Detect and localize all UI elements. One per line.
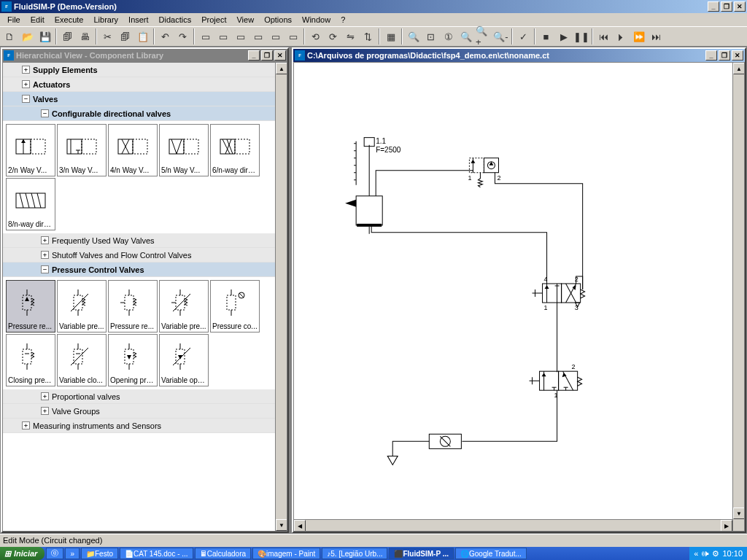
menu-insert[interactable]: Insert bbox=[124, 15, 153, 25]
menu-view[interactable]: View bbox=[232, 15, 258, 25]
comp-5n-way[interactable]: 5/n Way V... bbox=[159, 124, 209, 176]
comp-8n-way[interactable]: 8/n-way dire... bbox=[6, 178, 55, 230]
task-media[interactable]: ♪ 5. [Legião Urb... bbox=[322, 548, 387, 559]
open-icon[interactable]: 📂 bbox=[19, 28, 36, 44]
lib-min-button[interactable]: _ bbox=[248, 50, 260, 61]
zoom-100-icon[interactable]: ① bbox=[440, 28, 457, 44]
save-icon[interactable]: 💾 bbox=[36, 28, 53, 44]
comp-opening-pr[interactable]: Opening pre... bbox=[108, 334, 158, 386]
service-unit[interactable] bbox=[429, 434, 461, 448]
menu-execute[interactable]: Execute bbox=[50, 15, 88, 25]
circuit-titlebar[interactable]: F C:\Arquivos de programas\Didactic\fsp4… bbox=[293, 49, 745, 62]
collapse-icon[interactable]: − bbox=[41, 265, 49, 273]
flip-v-icon[interactable]: ⇅ bbox=[360, 28, 376, 44]
comp-pressure-relief[interactable]: Pressure re... bbox=[6, 280, 55, 332]
align-left-icon[interactable]: ▭ bbox=[197, 28, 214, 44]
print-icon[interactable]: 🖶 bbox=[77, 28, 93, 44]
align-right-icon[interactable]: ▭ bbox=[232, 28, 249, 44]
canvas-vscroll[interactable]: ▲ ▼ bbox=[732, 63, 744, 531]
scroll-down-icon[interactable]: ▼ bbox=[276, 519, 287, 531]
tree-freq-way[interactable]: +Frequently Used Way Valves bbox=[3, 233, 275, 248]
zoom-out-icon[interactable]: 🔍- bbox=[492, 28, 509, 44]
tray-icon[interactable]: 🕪 bbox=[701, 549, 709, 558]
comp-pressure-comp[interactable]: Pressure co... bbox=[210, 280, 260, 332]
expand-icon[interactable]: + bbox=[41, 236, 49, 244]
comp-var-pressure2[interactable]: Variable pre... bbox=[159, 280, 209, 332]
flow-control-valve[interactable]: 1 2 bbox=[468, 158, 500, 187]
expand-icon[interactable]: + bbox=[22, 66, 30, 74]
ckt-close-button[interactable]: ✕ bbox=[732, 50, 743, 61]
system-tray[interactable]: « 🕪 ⚙ 10:10 bbox=[689, 547, 747, 560]
zoom-prev-icon[interactable]: 🔍 bbox=[457, 28, 474, 44]
task-google[interactable]: 🌐 Google Tradut... bbox=[455, 548, 527, 559]
directional-valve-32[interactable]: 2 1 bbox=[530, 363, 582, 399]
close-button[interactable]: ✕ bbox=[734, 1, 746, 12]
copy-icon[interactable]: 🗐 bbox=[117, 28, 133, 44]
scroll-up-icon[interactable]: ▲ bbox=[276, 63, 287, 74]
cylinder-symbol[interactable]: 1.1 F=2500 bbox=[345, 137, 401, 227]
tree-measuring[interactable]: +Measuring instruments and Sensors bbox=[3, 419, 275, 433]
tray-icon[interactable]: ⚙ bbox=[712, 549, 719, 559]
preview-icon[interactable]: 🗐 bbox=[59, 28, 76, 44]
expand-icon[interactable]: + bbox=[22, 421, 30, 429]
tray-chevron-icon[interactable]: « bbox=[694, 549, 698, 558]
menu-file[interactable]: File bbox=[3, 15, 25, 25]
comp-3n-way[interactable]: 3/n Way V... bbox=[57, 124, 107, 176]
expand-icon[interactable]: + bbox=[41, 251, 49, 259]
comp-var-closing[interactable]: Variable clo... bbox=[57, 334, 107, 386]
minimize-button[interactable]: _ bbox=[708, 1, 719, 12]
tree-proportional[interactable]: +Proportional valves bbox=[3, 389, 275, 404]
rotate-left-icon[interactable]: ⟲ bbox=[307, 28, 324, 44]
align-top-icon[interactable]: ▭ bbox=[249, 28, 266, 44]
paste-icon[interactable]: 📋 bbox=[134, 28, 151, 44]
stop-icon[interactable]: ■ bbox=[538, 28, 554, 44]
scroll-left-icon[interactable]: ◀ bbox=[294, 520, 306, 532]
comp-2n-way[interactable]: 2/n Way V... bbox=[6, 124, 55, 176]
align-mid-icon[interactable]: ▭ bbox=[267, 28, 284, 44]
new-icon[interactable]: 🗋 bbox=[1, 28, 18, 44]
scroll-right-icon[interactable]: ▶ bbox=[721, 520, 732, 532]
menu-window[interactable]: Window bbox=[298, 15, 335, 25]
step-icon[interactable]: ⏵ bbox=[613, 28, 630, 44]
fwd-icon[interactable]: ⏩ bbox=[630, 28, 647, 44]
expand-icon[interactable]: + bbox=[41, 407, 49, 415]
comp-4n-way[interactable]: 4/n Way V... bbox=[108, 124, 158, 176]
rewind-icon[interactable]: ⏮ bbox=[595, 28, 612, 44]
align-center-icon[interactable]: ▭ bbox=[214, 28, 231, 44]
align-bot-icon[interactable]: ▭ bbox=[285, 28, 301, 44]
scroll-down-icon[interactable]: ▼ bbox=[733, 508, 745, 519]
task-ie[interactable]: ⓔ bbox=[46, 548, 63, 559]
zoom-in-icon[interactable]: 🔍+ bbox=[475, 28, 492, 44]
redo-icon[interactable]: ↷ bbox=[174, 28, 191, 44]
task-fluidsim[interactable]: ⬛ FluidSIM-P ... bbox=[389, 548, 454, 559]
menu-options[interactable]: Options bbox=[260, 15, 296, 25]
expand-icon[interactable]: + bbox=[41, 392, 49, 400]
comp-var-pressure[interactable]: Variable pre... bbox=[57, 280, 107, 332]
comp-pressure-relief2[interactable]: Pressure re... bbox=[108, 280, 158, 332]
pause-icon[interactable]: ❚❚ bbox=[573, 28, 589, 44]
menu-library[interactable]: Library bbox=[89, 15, 123, 25]
circuit-canvas[interactable]: 1.1 F=2500 1 2 bbox=[294, 63, 732, 519]
end-icon[interactable]: ⏭ bbox=[648, 28, 665, 44]
cut-icon[interactable]: ✂ bbox=[99, 28, 116, 44]
task-folders[interactable]: » bbox=[65, 548, 80, 559]
tree-shutoff[interactable]: +Shutoff Valves and Flow Control Valves bbox=[3, 248, 275, 262]
undo-icon[interactable]: ↶ bbox=[157, 28, 174, 44]
tree-actuators[interactable]: +Actuators bbox=[3, 77, 275, 92]
collapse-icon[interactable]: − bbox=[22, 95, 30, 103]
scroll-up-icon[interactable]: ▲ bbox=[733, 63, 745, 74]
ckt-max-button[interactable]: ❐ bbox=[719, 50, 730, 61]
directional-valve-42[interactable]: 4 2 1 3 bbox=[533, 276, 585, 311]
component-tree[interactable]: +Supply Elements +Actuators −Valves −Con… bbox=[3, 63, 275, 531]
canvas-hscroll[interactable]: ◀ ▶ bbox=[294, 519, 732, 531]
maximize-button[interactable]: ❐ bbox=[721, 1, 732, 12]
zoom-win-icon[interactable]: 🔍 bbox=[405, 28, 422, 44]
task-festo[interactable]: 📁 Festo bbox=[81, 548, 118, 559]
menu-didactics[interactable]: Didactics bbox=[155, 15, 196, 25]
task-paint[interactable]: 🎨 imagem - Paint bbox=[252, 548, 320, 559]
check-icon[interactable]: ✓ bbox=[515, 28, 532, 44]
clock[interactable]: 10:10 bbox=[722, 549, 743, 558]
tree-pressure-ctrl[interactable]: −Pressure Control Valves bbox=[3, 262, 275, 277]
ckt-min-button[interactable]: _ bbox=[705, 50, 717, 61]
collapse-icon[interactable]: − bbox=[41, 109, 49, 117]
